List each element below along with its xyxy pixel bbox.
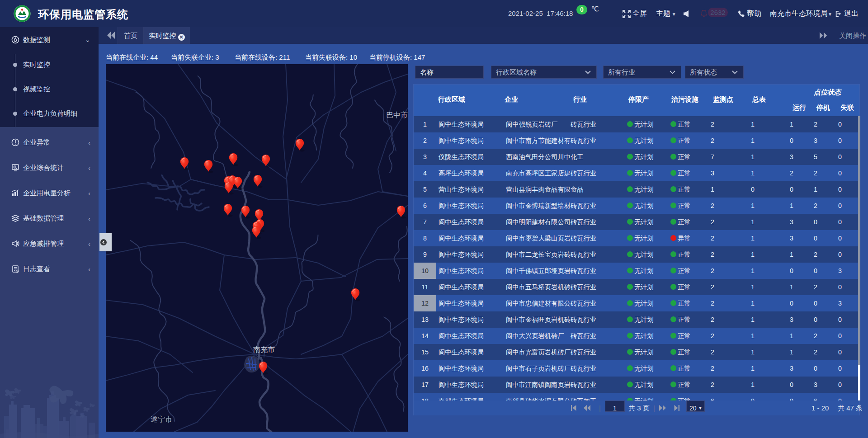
- svg-text:遂宁市: 遂宁市: [151, 415, 172, 423]
- svg-text:南充市: 南充市: [253, 346, 275, 353]
- svg-text:巴中市: 巴中市: [386, 111, 408, 119]
